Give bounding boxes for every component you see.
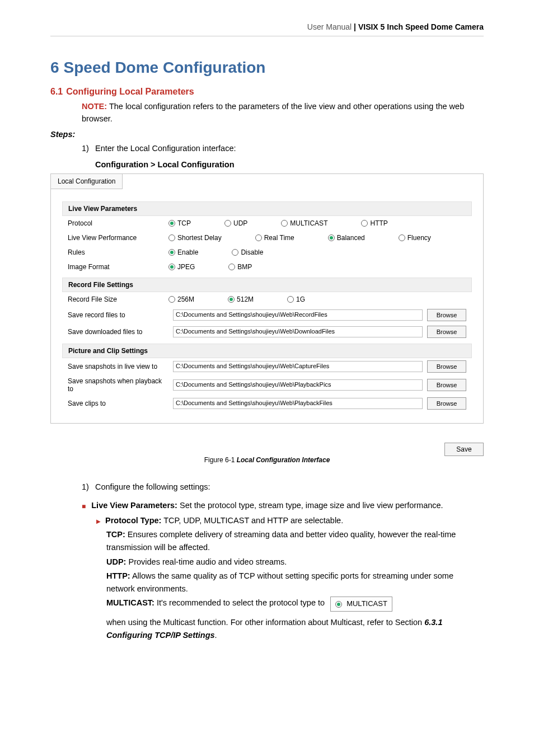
udp-label: UDP: [106, 557, 126, 566]
row-snap-playback: Save snapshots when playback to C:\Docum… [62, 375, 472, 395]
radio-icon [228, 296, 235, 303]
lv-params-text: Set the protocol type, stream type, imag… [177, 501, 443, 510]
browse-button[interactable]: Browse [427, 360, 466, 373]
radio-icon [287, 296, 294, 303]
label-rfs: Record File Size [68, 295, 168, 303]
label-snap-live: Save snapshots in live view to [68, 363, 168, 370]
radio-512m[interactable]: 512M [228, 295, 254, 303]
breadcrumb: Configuration > Local Configuration [95, 160, 484, 169]
udp-text: Provides real-time audio and video strea… [126, 557, 287, 566]
bullet-content: ■ Live View Parameters: Set the protocol… [82, 499, 484, 642]
panel-tab[interactable]: Local Configuration [51, 174, 123, 189]
radio-icon [228, 264, 235, 270]
label-save-record: Save record files to [68, 311, 168, 319]
tcp-desc: TCP: Ensures complete delivery of stream… [106, 528, 484, 554]
http-desc: HTTP: Allows the same quality as of TCP … [106, 570, 484, 595]
row-save-clips: Save clips to C:\Documents and Settings\… [62, 395, 472, 412]
ptype-label: Protocol Type: [105, 516, 161, 525]
step-text: Configure the following settings: [95, 482, 210, 491]
row-snap-live: Save snapshots in live view to C:\Docume… [62, 358, 472, 375]
label-save-clips: Save clips to [68, 400, 168, 407]
label-protocol: Protocol [68, 219, 168, 227]
label-image-format: Image Format [68, 263, 168, 271]
radio-jpeg[interactable]: JPEG [168, 263, 195, 271]
tcp-label: TCP: [106, 530, 125, 539]
label-performance: Live View Performance [68, 234, 168, 242]
input-save-download[interactable]: C:\Documents and Settings\shoujieyu\Web\… [173, 326, 423, 337]
chapter-heading: 6Speed Dome Configuration [50, 59, 484, 77]
label-snap-playback: Save snapshots when playback to [68, 377, 168, 393]
input-save-record[interactable]: C:\Documents and Settings\shoujieyu\Web\… [173, 309, 423, 321]
note-text: The local configuration refers to the pa… [82, 102, 464, 123]
radio-multicast[interactable]: MULTICAST [281, 219, 327, 227]
multicast-radio-label: MULTICAST [346, 598, 387, 610]
radio-icon [168, 296, 175, 303]
multicast-desc: MULTICAST: It's recommended to select th… [106, 597, 484, 642]
multicast-dot: . [215, 631, 217, 640]
browse-button[interactable]: Browse [427, 397, 466, 410]
radio-tcp[interactable]: TCP [168, 219, 191, 227]
lv-params-label: Live View Parameters: [91, 501, 177, 510]
input-save-clips[interactable]: C:\Documents and Settings\shoujieyu\Web\… [173, 398, 423, 409]
input-snap-live[interactable]: C:\Documents and Settings\shoujieyu\Web\… [173, 361, 423, 372]
row-rules: Rules Enable Disable [62, 245, 472, 260]
manual-label: User Manual [307, 22, 352, 31]
row-record-file-size: Record File Size 256M 512M 1G [62, 292, 472, 307]
radio-disable[interactable]: Disable [232, 248, 263, 256]
save-button[interactable]: Save [444, 443, 484, 456]
tcp-text: Ensures complete delivery of streaming d… [106, 530, 456, 552]
step-text: Enter the Local Configuration interface: [95, 144, 236, 153]
multicast-post: when using the Multicast function. For o… [106, 618, 424, 627]
local-config-panel: Local Configuration Live View Parameters… [50, 173, 484, 424]
radio-icon [168, 234, 175, 241]
bullet-protocol-type: ▶ Protocol Type: TCP, UDP, MULTICAST and… [96, 514, 484, 527]
radio-http[interactable]: HTTP [361, 219, 387, 227]
triangle-bullet-icon: ▶ [96, 517, 101, 527]
browse-button[interactable]: Browse [427, 379, 466, 391]
figure-number: Figure 6-1 [204, 456, 237, 464]
note-label: NOTE: [82, 102, 107, 111]
section-title: Configuring Local Parameters [66, 87, 194, 96]
radio-icon [168, 220, 175, 227]
radio-icon [281, 220, 288, 227]
radio-1g[interactable]: 1G [287, 295, 305, 303]
row-performance: Live View Performance Shortest Delay Rea… [62, 231, 472, 245]
section-heading: 6.1Configuring Local Parameters [50, 87, 484, 97]
chapter-number: 6 [50, 59, 59, 76]
browse-button[interactable]: Browse [427, 326, 466, 338]
http-label: HTTP: [106, 571, 130, 580]
label-rules: Rules [68, 248, 168, 256]
udp-desc: UDP: Provides real-time audio and video … [106, 556, 484, 569]
radio-icon [335, 601, 342, 608]
radio-balanced[interactable]: Balanced [328, 234, 365, 242]
row-image-format: Image Format JPEG BMP [62, 260, 472, 274]
radio-shortest[interactable]: Shortest Delay [168, 234, 222, 242]
radio-icon [361, 220, 368, 227]
radio-icon [255, 234, 262, 241]
radio-icon [168, 264, 175, 270]
ptype-text: TCP, UDP, MULTICAST and HTTP are selecta… [161, 516, 343, 525]
section-live-view: Live View Parameters [62, 201, 472, 216]
step-index: 1) [82, 142, 95, 154]
multicast-label: MULTICAST: [106, 599, 154, 608]
http-text: Allows the same quality as of TCP withou… [106, 571, 453, 593]
bullet-live-view-params: ■ Live View Parameters: Set the protocol… [82, 499, 484, 512]
input-snap-playback[interactable]: C:\Documents and Settings\shoujieyu\Web\… [173, 379, 423, 391]
radio-udp[interactable]: UDP [224, 219, 247, 227]
section-number: 6.1 [50, 87, 63, 96]
radio-enable[interactable]: Enable [168, 248, 198, 256]
browse-button[interactable]: Browse [427, 309, 466, 321]
radio-realtime[interactable]: Real Time [255, 234, 294, 242]
multicast-radio-image: MULTICAST [330, 597, 392, 612]
radio-icon [168, 249, 175, 256]
radio-icon [224, 220, 231, 227]
radio-bmp[interactable]: BMP [228, 263, 252, 271]
page-header: User Manual | VISIX 5 Inch Speed Dome Ca… [50, 22, 484, 36]
product-name: | VISIX 5 Inch Speed Dome Camera [352, 22, 484, 31]
figure-caption: Figure 6-1 Local Configuration Interface [50, 456, 484, 464]
radio-icon [232, 249, 238, 256]
radio-fluency[interactable]: Fluency [399, 234, 431, 242]
step-2: 1)Configure the following settings: [82, 481, 484, 493]
step-1: 1)Enter the Local Configuration interfac… [82, 142, 484, 154]
radio-256m[interactable]: 256M [168, 295, 194, 303]
